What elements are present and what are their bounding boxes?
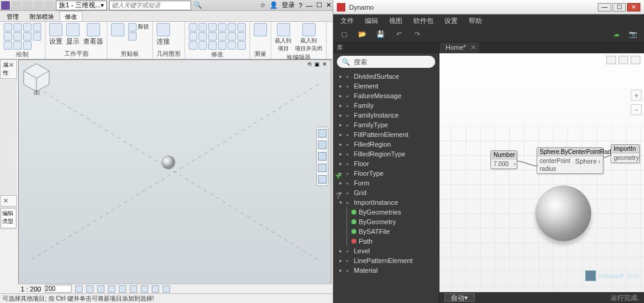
ws-toggle1[interactable] [606, 56, 616, 64]
tree-row[interactable]: ▸▸Form [333, 178, 439, 188]
viewer-button[interactable]: 查看器 [83, 23, 103, 46]
tree-row-child[interactable]: ByGeometry [333, 217, 439, 227]
min-icon[interactable]: — [306, 2, 313, 9]
tree-row[interactable]: ▸▸Family [333, 101, 439, 110]
close-icon[interactable]: ✕ [470, 44, 476, 52]
visual-style-icon[interactable] [86, 285, 93, 293]
tree-row[interactable]: ▸▸Element [333, 81, 439, 91]
menu-view[interactable]: 视图 [389, 16, 402, 25]
lock-icon[interactable] [141, 285, 148, 293]
rect-icon[interactable] [13, 23, 22, 32]
tab-addins[interactable]: 附加模块 [24, 11, 59, 21]
undo-icon[interactable]: ↶ [394, 30, 404, 39]
tree-row[interactable]: ▸▸Level [333, 246, 439, 256]
m4-icon[interactable] [218, 41, 226, 50]
help-icon[interactable]: ? [299, 2, 302, 9]
join-button[interactable]: 连接 [157, 23, 170, 46]
offset-icon[interactable] [208, 23, 217, 32]
redo-icon[interactable] [45, 1, 53, 10]
library-tree[interactable]: ▸▸DividedSurface▸▸Element▸▸FailureMessag… [333, 70, 439, 303]
sun-icon[interactable] [97, 285, 104, 293]
dynamo-titlebar[interactable]: Dynamo — ☐ ✕ [333, 0, 644, 15]
tangent-icon[interactable] [23, 41, 32, 50]
arc-icon[interactable] [4, 32, 12, 41]
tree-row[interactable]: ▸▸FillPatternElement [333, 130, 439, 139]
scale-icon[interactable] [218, 32, 226, 41]
copy-icon[interactable] [128, 32, 137, 41]
new-icon[interactable]: ▢ [339, 30, 349, 39]
detail-level-icon[interactable] [75, 285, 83, 293]
tree-row[interactable]: ▸▸FilledRegionType [333, 149, 439, 159]
tree-row[interactable]: ▸▸Grid [333, 188, 439, 198]
out-port-sphere[interactable]: Sphere › [575, 158, 601, 165]
number-value[interactable]: 7.000 [493, 161, 509, 167]
snapshot-icon[interactable]: 📷 [628, 30, 638, 39]
spline-icon[interactable] [23, 32, 32, 41]
move-icon[interactable] [198, 23, 207, 32]
tree-row[interactable]: ▸▸Material [333, 265, 439, 275]
ws-toggle3[interactable] [631, 56, 640, 64]
properties-tab[interactable]: 属性✕ [0, 59, 17, 79]
tree-row[interactable]: ▸▸FamilyInstance [333, 110, 439, 120]
array-icon[interactable] [208, 32, 217, 41]
login-link[interactable]: 登录 [282, 1, 295, 10]
in-port-geometry[interactable]: geometry [614, 155, 639, 161]
tab-home[interactable]: Home*✕ [439, 42, 480, 53]
close-icon[interactable]: ✕ [3, 197, 8, 205]
plus-icon[interactable]: + [335, 170, 342, 182]
tree-row[interactable]: ▸▸FailureMessage [333, 91, 439, 101]
node-import[interactable]: ImportIn geometry [611, 144, 640, 163]
menu-edit[interactable]: 编辑 [365, 16, 378, 25]
shadow-icon[interactable] [108, 285, 115, 293]
type-tab[interactable]: ✕ [0, 195, 17, 207]
active-doc-tab[interactable]: 族1 - 三维视... ▾ [56, 1, 107, 10]
tree-row[interactable]: ▾▸ImportInstance [333, 198, 439, 207]
close-icon[interactable]: ✕ [326, 1, 331, 9]
split-icon[interactable] [237, 23, 246, 32]
m1-icon[interactable] [189, 41, 197, 50]
trim-icon[interactable] [228, 23, 236, 32]
crop-region-icon[interactable] [130, 285, 137, 293]
pin-icon[interactable] [237, 32, 246, 41]
tree-row[interactable]: ▸▸Floor [333, 159, 439, 168]
tree-row[interactable]: ▸▸LinePatternElement [333, 256, 439, 265]
search-icon[interactable]: 🔍 [194, 1, 202, 10]
ellipse-icon[interactable] [33, 32, 41, 41]
fav-icon[interactable]: ☆ [260, 1, 266, 9]
copy2-icon[interactable] [198, 32, 207, 41]
revit-3d-canvas[interactable]: 南 ⟲ ▣ ✕ [18, 59, 331, 285]
line-icon[interactable] [4, 23, 12, 32]
arc2-icon[interactable] [13, 32, 22, 41]
circle-icon[interactable] [33, 23, 41, 32]
nav-bar[interactable] [316, 127, 328, 186]
tree-row[interactable]: ▸▸FamilyType [333, 120, 439, 130]
set-plane-button[interactable]: 设置 [49, 23, 63, 46]
measure-button[interactable] [254, 23, 267, 36]
show-plane-button[interactable]: 显示 [66, 23, 80, 46]
node-number[interactable]: Number 7.000› [490, 150, 517, 169]
tree-row[interactable]: ▸▸FloorType [333, 168, 439, 178]
tree-row[interactable]: ▸▸FilledRegion [333, 139, 439, 149]
load-into-project-button[interactable]: 载入到 项目 [275, 23, 291, 53]
m5-icon[interactable] [228, 41, 236, 50]
zoom-out-button[interactable]: － [631, 104, 642, 115]
open-icon[interactable] [23, 1, 32, 10]
max-icon[interactable]: ☐ [316, 1, 322, 9]
mirror-icon[interactable] [218, 23, 226, 32]
viewcube[interactable]: 南 [19, 60, 54, 95]
open-icon[interactable]: 📂 [358, 30, 367, 39]
tree-row-child[interactable]: BySATFile [333, 227, 439, 236]
close-icon[interactable]: ✕ [8, 61, 14, 77]
restore-icon[interactable]: ⟲ [307, 61, 312, 67]
poly-icon[interactable] [23, 23, 32, 32]
scale-input[interactable] [45, 285, 72, 293]
reveal-icon[interactable] [163, 285, 170, 293]
hide-icon[interactable] [152, 285, 159, 293]
ws-toggle2[interactable] [619, 56, 628, 64]
menu-file[interactable]: 文件 [341, 16, 354, 25]
user-icon[interactable]: 👤 [269, 1, 278, 9]
app-icon[interactable] [1, 1, 10, 10]
maximize-button[interactable]: ☐ [612, 3, 626, 12]
in-port-centerpoint[interactable]: centerPoint [540, 158, 571, 164]
align-icon[interactable] [189, 23, 197, 32]
